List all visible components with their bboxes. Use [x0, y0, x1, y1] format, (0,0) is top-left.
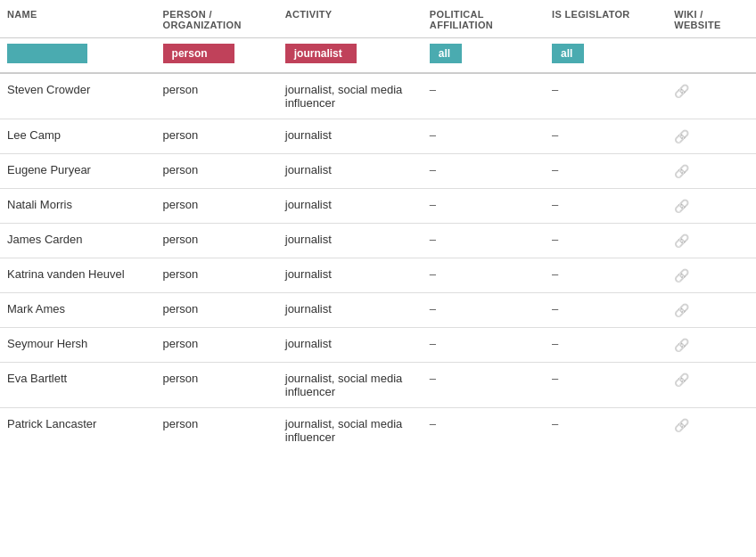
cell-activity: journalist, social media influencer [278, 408, 423, 454]
cell-wiki [667, 224, 756, 258]
wiki-link-icon[interactable] [674, 372, 689, 387]
cell-political: – [423, 154, 545, 189]
cell-activity: journalist [278, 189, 423, 224]
col-header-name: NAME [0, 0, 156, 38]
wiki-link-icon[interactable] [674, 233, 689, 248]
cell-person: person [156, 189, 278, 224]
wiki-link-icon[interactable] [674, 302, 689, 317]
table-row: Lee Camppersonjournalist–– [0, 119, 756, 154]
cell-wiki [667, 293, 756, 328]
filter-row: person journalist all all [0, 38, 756, 74]
cell-legislator: – [545, 189, 667, 224]
wiki-link-icon[interactable] [674, 267, 689, 283]
cell-activity: journalist [278, 328, 423, 363]
cell-name: Katrina vanden Heuvel [0, 258, 156, 293]
table-row: Katrina vanden Heuvelpersonjournalist–– [0, 258, 756, 293]
cell-activity: journalist, social media influencer [278, 363, 423, 408]
cell-activity: journalist [278, 154, 423, 189]
cell-activity: journalist, social media influencer [278, 73, 423, 119]
filter-name-input[interactable] [7, 44, 87, 63]
wiki-link-icon[interactable] [674, 83, 689, 98]
cell-wiki [667, 189, 756, 224]
cell-name: Lee Camp [0, 119, 156, 154]
filter-person-select[interactable]: person [163, 44, 234, 63]
cell-political: – [423, 73, 545, 119]
table-row: Eva Bartlettpersonjournalist, social med… [0, 363, 756, 408]
col-header-wiki: WIKI / WEBSITE [667, 0, 756, 38]
cell-political: – [423, 224, 545, 258]
main-table-container: NAME PERSON /ORGANIZATION ACTIVITY POLIT… [0, 0, 756, 453]
wiki-link-icon[interactable] [674, 417, 689, 432]
filter-activity-cell: journalist [278, 38, 423, 74]
cell-name: James Carden [0, 224, 156, 258]
cell-legislator: – [545, 328, 667, 363]
cell-person: person [156, 154, 278, 189]
cell-political: – [423, 119, 545, 154]
cell-activity: journalist [278, 224, 423, 258]
filter-wiki-cell [667, 38, 756, 74]
cell-political: – [423, 293, 545, 328]
cell-wiki [667, 328, 756, 363]
cell-wiki [667, 154, 756, 189]
col-header-activity: ACTIVITY [278, 0, 423, 38]
cell-wiki [667, 73, 756, 119]
table-row: Patrick Lancasterpersonjournalist, socia… [0, 408, 756, 454]
table-row: Seymour Hershpersonjournalist–– [0, 328, 756, 363]
cell-political: – [423, 189, 545, 224]
data-table: NAME PERSON /ORGANIZATION ACTIVITY POLIT… [0, 0, 756, 453]
filter-activity-select[interactable]: journalist [285, 44, 357, 63]
cell-legislator: – [545, 258, 667, 293]
cell-activity: journalist [278, 119, 423, 154]
cell-political: – [423, 363, 545, 408]
table-row: Natali Morrispersonjournalist–– [0, 189, 756, 224]
cell-political: – [423, 328, 545, 363]
cell-person: person [156, 408, 278, 454]
cell-wiki [667, 258, 756, 293]
col-header-political: POLITICALAFFILIATION [423, 0, 545, 38]
wiki-link-icon[interactable] [674, 128, 689, 143]
filter-political-cell: all [423, 38, 545, 74]
table-body: Steven Crowderpersonjournalist, social m… [0, 73, 756, 453]
cell-name: Mark Ames [0, 293, 156, 328]
wiki-link-icon[interactable] [674, 198, 689, 213]
cell-person: person [156, 328, 278, 363]
cell-legislator: – [545, 408, 667, 454]
table-row: James Cardenpersonjournalist–– [0, 224, 756, 258]
filter-legislator-cell: all [545, 38, 667, 74]
header-row: NAME PERSON /ORGANIZATION ACTIVITY POLIT… [0, 0, 756, 38]
cell-name: Eva Bartlett [0, 363, 156, 408]
filter-person-cell: person [156, 38, 278, 74]
filter-legislator-select[interactable]: all [552, 44, 584, 63]
table-row: Steven Crowderpersonjournalist, social m… [0, 73, 756, 119]
cell-person: person [156, 258, 278, 293]
cell-name: Patrick Lancaster [0, 408, 156, 454]
wiki-link-icon[interactable] [674, 337, 689, 352]
cell-political: – [423, 258, 545, 293]
cell-name: Seymour Hersh [0, 328, 156, 363]
cell-wiki [667, 408, 756, 454]
filter-name-cell [0, 38, 156, 74]
cell-person: person [156, 293, 278, 328]
cell-wiki [667, 363, 756, 408]
cell-legislator: – [545, 119, 667, 154]
col-header-legislator: IS LEGISLATOR [545, 0, 667, 38]
cell-legislator: – [545, 363, 667, 408]
filter-political-select[interactable]: all [430, 44, 462, 63]
cell-name: Steven Crowder [0, 73, 156, 119]
cell-wiki [667, 119, 756, 154]
cell-activity: journalist [278, 258, 423, 293]
cell-legislator: – [545, 73, 667, 119]
cell-legislator: – [545, 154, 667, 189]
cell-name: Eugene Puryear [0, 154, 156, 189]
cell-political: – [423, 408, 545, 454]
cell-legislator: – [545, 224, 667, 258]
cell-person: person [156, 73, 278, 119]
cell-activity: journalist [278, 293, 423, 328]
cell-person: person [156, 224, 278, 258]
col-header-person: PERSON /ORGANIZATION [156, 0, 278, 38]
wiki-link-icon[interactable] [674, 163, 689, 178]
table-row: Eugene Puryearpersonjournalist–– [0, 154, 756, 189]
table-row: Mark Amespersonjournalist–– [0, 293, 756, 328]
cell-legislator: – [545, 293, 667, 328]
cell-person: person [156, 119, 278, 154]
